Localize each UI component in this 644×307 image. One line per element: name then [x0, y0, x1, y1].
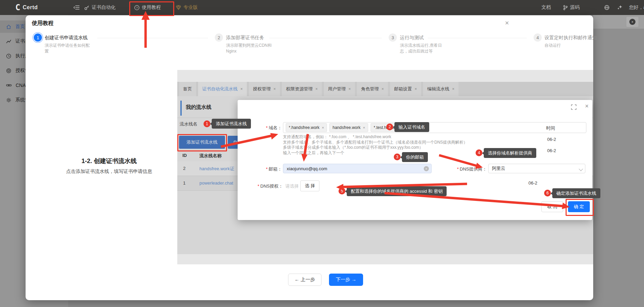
- app-logo-text: Certd: [23, 4, 38, 11]
- home-icon: [6, 24, 11, 29]
- cell-pipeline-link[interactable]: powerleader.chat: [199, 180, 233, 186]
- cell-id: 2: [183, 166, 185, 171]
- prev-step-button[interactable]: ← 上一步: [288, 274, 321, 286]
- nav-source[interactable]: 源码: [563, 0, 580, 15]
- tag-close-icon[interactable]: ×: [322, 126, 324, 130]
- tutorial-modal-title: 使用教程: [32, 20, 54, 27]
- background-right-area: ×: [593, 15, 644, 307]
- annotation-tooltip-6: 确定添加证书流水线: [552, 188, 600, 198]
- demo-tab-home[interactable]: 首页: [179, 82, 196, 96]
- tutorial-modal: 使用教程 × 1 创建证书申请流水线 演示证书申请任务如何配 置 2 添加部署证…: [26, 15, 593, 300]
- cell-date: 06-2: [547, 148, 556, 153]
- cell-pipeline-link[interactable]: handsfree.work证: [199, 166, 234, 172]
- demo-top-band: [177, 70, 593, 82]
- demo-bottom-band: [177, 254, 593, 264]
- tab-close-icon[interactable]: ×: [315, 87, 318, 91]
- dns-provider-label: *DNS提供商：: [447, 166, 487, 172]
- step-3-circle: 3: [389, 33, 397, 42]
- step-divider: [97, 38, 208, 38]
- user-greeting-label: 您好，admin: [629, 4, 644, 11]
- tutorial-step-description: 点击添加证书流水线，填写证书申请信息: [43, 169, 176, 175]
- annotation-badge-5: 5: [339, 188, 345, 194]
- user-greeting[interactable]: 您好，admin: [629, 0, 644, 15]
- pipeline-name-filter-label: 流水线名: [180, 121, 197, 127]
- demo-tab-edit-pipeline[interactable]: 编辑流水线×: [423, 82, 459, 96]
- collapse-menu-icon[interactable]: [74, 0, 80, 15]
- table-header-id: ID: [182, 153, 187, 160]
- step-1-desc: 演示证书申请任务如何配 置: [45, 43, 90, 54]
- add-pipeline-dialog: × *域名： *.handsfree.work× handsfree.work×…: [238, 100, 592, 220]
- tab-close-icon[interactable]: ×: [452, 87, 454, 91]
- tutorial-close-icon[interactable]: ×: [502, 18, 512, 28]
- line-chart-icon: [6, 39, 11, 44]
- email-label: *邮箱：: [248, 166, 282, 172]
- demo-page-title: 我的流水线: [186, 104, 211, 111]
- tab-close-icon[interactable]: ×: [348, 87, 351, 91]
- tag-close-icon[interactable]: ×: [363, 126, 365, 130]
- step-1-circle: 1: [34, 33, 42, 42]
- theme-sparkles-icon[interactable]: [617, 0, 623, 15]
- step-4-title: 设置定时执行和邮件通知: [544, 35, 597, 41]
- annotation-tooltip-1: 添加证书流水线: [212, 119, 251, 129]
- demo-tab-auth[interactable]: 授权管理×: [249, 82, 280, 96]
- clock-icon: [6, 54, 11, 59]
- dns-auth-select-button[interactable]: 选 择: [300, 180, 319, 191]
- nav-cert-auto-label: 证书自动化: [92, 4, 116, 11]
- step-3-desc: 演示流水线运行,查看日 志，成功后跳过等: [400, 43, 442, 54]
- certd-logo-icon: C: [15, 3, 20, 12]
- highlight-box-add-button: [177, 134, 227, 151]
- close-all-tabs-button[interactable]: ×: [626, 16, 639, 27]
- step-2-title: 添加部署证书任务: [226, 35, 264, 41]
- step-1-title: 创建证书申请流水线: [45, 35, 88, 41]
- annotation-tooltip-4: 选择你域名解析提供商: [484, 148, 536, 158]
- target-icon: [6, 68, 11, 73]
- sidebar-item-label: 首页: [15, 24, 25, 30]
- nav-docs[interactable]: 文档: [541, 0, 551, 15]
- demo-tab-permission[interactable]: 权限资源管理×: [282, 82, 322, 96]
- table-header-name: 流水线名称: [199, 153, 222, 160]
- dns-provider-select[interactable]: 阿里云: [488, 164, 585, 173]
- nav-docs-label: 文档: [541, 4, 551, 11]
- step-divider: [428, 38, 527, 38]
- demo-tab-email[interactable]: 邮箱设置×: [390, 82, 421, 96]
- nav-pro-label: 专业版: [183, 4, 198, 11]
- demo-tab-pipelines[interactable]: 证书自动化流水线×: [198, 82, 247, 96]
- key-icon: [84, 5, 89, 10]
- cancel-button[interactable]: 取 消: [541, 201, 563, 212]
- app-logo[interactable]: C Certd: [15, 0, 38, 15]
- highlight-box-tutorial-button: [129, 1, 174, 16]
- domain-tag: *.handsfree.work×: [286, 123, 327, 132]
- table-header-time: 时间: [546, 125, 555, 131]
- gem-icon: [176, 5, 181, 10]
- annotation-tooltip-3: 你的邮箱: [402, 152, 428, 162]
- certd-tutorial-screen: { "icons": { "logo": "C", "close": "×", …: [0, 0, 644, 307]
- demo-tab-users[interactable]: 用户管理×: [324, 82, 355, 96]
- demo-tab-roles[interactable]: 角色管理×: [357, 82, 388, 96]
- clear-input-icon[interactable]: ×: [424, 166, 429, 171]
- page-title-accent-bar: [180, 101, 182, 116]
- cell-date: 06-2: [547, 137, 556, 142]
- tab-close-icon[interactable]: ×: [240, 87, 243, 91]
- fullscreen-icon[interactable]: [571, 104, 576, 110]
- nav-pro[interactable]: 专业版: [176, 0, 198, 15]
- dialog-close-icon[interactable]: ×: [585, 103, 589, 110]
- close-circle-icon: ×: [629, 19, 635, 25]
- domain-help-text: 支持通配符域名，例如： *.foo.com 、 *.test.handsfree…: [283, 134, 467, 156]
- annotation-badge-6: 6: [544, 190, 551, 196]
- demo-screenshot: 首页 证书自动化流水线× 授权管理× 权限资源管理× 用户管理× 角色管理× 邮…: [177, 70, 593, 264]
- chevron-down-icon: [579, 167, 583, 171]
- domain-tags-input[interactable]: *.handsfree.work× handsfree.work× *.test…: [283, 122, 586, 133]
- tutorial-step-heading: 1-2. 创建证书流水线: [43, 157, 176, 165]
- domain-tag: handsfree.work×: [329, 123, 368, 132]
- annotation-badge-2: 2: [386, 123, 393, 130]
- annotation-tooltip-2: 输入证书域名: [394, 122, 429, 132]
- next-step-button[interactable]: 下一步 →: [329, 274, 363, 286]
- tab-close-icon[interactable]: ×: [273, 87, 276, 91]
- nav-cert-auto[interactable]: 证书自动化: [84, 0, 116, 15]
- app-header: C Certd 证书自动化 ? 使用教程 专业版 文档 源码 您好，admin: [0, 0, 644, 15]
- tab-close-icon[interactable]: ×: [381, 87, 384, 91]
- tab-close-icon[interactable]: ×: [415, 87, 417, 91]
- email-input[interactable]: xiaojunnuo@qq.com: [283, 164, 432, 173]
- language-globe-icon[interactable]: [604, 0, 610, 15]
- cell-id: 1: [183, 180, 185, 186]
